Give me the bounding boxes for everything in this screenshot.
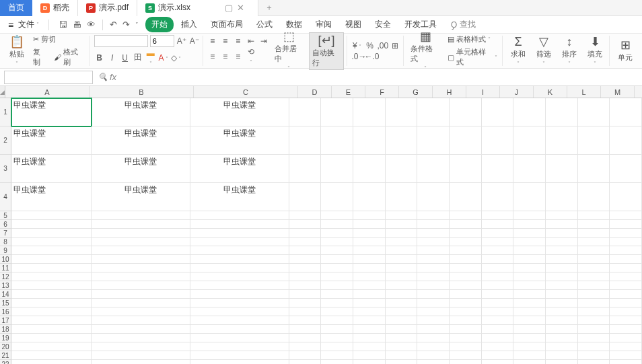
cell-M21[interactable] (578, 351, 610, 360)
cell-H19[interactable] (417, 334, 450, 342)
cell-K19[interactable] (513, 334, 546, 342)
cell-F13[interactable] (353, 281, 386, 290)
col-header-G[interactable]: G (399, 86, 433, 98)
cell-L3[interactable] (546, 155, 578, 183)
cell-I1[interactable] (450, 98, 482, 126)
align-center-icon[interactable]: ≡ (220, 52, 231, 61)
cell-K13[interactable] (513, 281, 546, 290)
print-icon[interactable]: 🖶 (71, 18, 83, 31)
cell-G7[interactable] (386, 229, 418, 238)
cell-I17[interactable] (450, 316, 482, 325)
cell-L20[interactable] (546, 342, 578, 351)
cell-L14[interactable] (546, 290, 578, 299)
cell-H7[interactable] (417, 229, 450, 238)
cell-G4[interactable] (386, 183, 418, 211)
cell-M5[interactable] (578, 211, 610, 220)
cell-M14[interactable] (578, 290, 610, 299)
cell-A20[interactable] (11, 342, 92, 351)
cell-K21[interactable] (513, 351, 546, 360)
cell-B14[interactable] (92, 290, 190, 299)
cell-A5[interactable] (11, 211, 92, 220)
table-format-button[interactable]: ▤表格样式 (445, 34, 499, 45)
cell-A4[interactable]: 甲虫课堂 (11, 183, 92, 211)
row-header-13[interactable]: 13 (0, 281, 11, 290)
cell-A11[interactable] (11, 264, 92, 272)
cell-I15[interactable] (450, 299, 482, 307)
cell-F12[interactable] (353, 272, 386, 281)
cell-I6[interactable] (450, 220, 482, 229)
cell-B13[interactable] (92, 281, 190, 290)
row-header-21[interactable]: 21 (0, 351, 11, 360)
menu-start[interactable]: 开始 (145, 17, 174, 32)
cell-L5[interactable] (546, 211, 578, 220)
cell-G9[interactable] (386, 246, 418, 255)
col-header-M[interactable]: M (601, 86, 635, 98)
cell-F16[interactable] (353, 307, 386, 316)
cell-F1[interactable] (353, 98, 386, 126)
cell-D6[interactable] (289, 220, 322, 229)
cell-H18[interactable] (417, 325, 450, 334)
cell-E17[interactable] (321, 316, 353, 325)
cell-B11[interactable] (92, 264, 190, 272)
cell-C14[interactable] (190, 290, 289, 299)
cell-K16[interactable] (513, 307, 546, 316)
comma-icon[interactable]: ,00 (377, 41, 388, 50)
cell-J17[interactable] (482, 316, 514, 325)
col-header-A[interactable]: A (5, 86, 90, 98)
cell-C18[interactable] (190, 325, 289, 334)
cell-C15[interactable] (190, 299, 289, 307)
cell-L18[interactable] (546, 325, 578, 334)
menu-review[interactable]: 审阅 (310, 17, 338, 32)
cell-F21[interactable] (353, 351, 386, 360)
currency-icon[interactable]: ¥ (351, 41, 362, 50)
row-header-17[interactable]: 17 (0, 316, 11, 325)
cell-J13[interactable] (482, 281, 514, 290)
col-header-I[interactable]: I (466, 86, 500, 98)
align-middle-icon[interactable]: ≡ (220, 36, 231, 46)
cell-K15[interactable] (513, 299, 546, 307)
cell-E6[interactable] (321, 220, 353, 229)
cell-K7[interactable] (513, 229, 546, 238)
cell-L13[interactable] (546, 281, 578, 290)
cell-B20[interactable] (92, 342, 190, 351)
cell-H5[interactable] (417, 211, 450, 220)
cell-A22[interactable] (11, 360, 92, 364)
cell-E19[interactable] (321, 334, 353, 342)
cell-N8[interactable] (610, 238, 642, 246)
font-color-button[interactable]: A (158, 53, 169, 63)
cell-B2[interactable]: 甲虫课堂 (92, 126, 190, 155)
cell-L19[interactable] (546, 334, 578, 342)
dropdown-icon[interactable]: ˅ (134, 20, 140, 30)
cell-A18[interactable] (11, 325, 92, 334)
cell-K18[interactable] (513, 325, 546, 334)
cell-C7[interactable] (190, 229, 289, 238)
cell-G15[interactable] (386, 299, 418, 307)
cell-I16[interactable] (450, 307, 482, 316)
font-name-select[interactable] (94, 35, 148, 47)
cell-H11[interactable] (417, 264, 450, 272)
cell-I19[interactable] (450, 334, 482, 342)
cell-G2[interactable] (386, 126, 418, 155)
cell-E4[interactable] (321, 183, 353, 211)
row-header-10[interactable]: 10 (0, 255, 11, 264)
select-all-corner[interactable]: ◢ (0, 86, 5, 98)
cell-B10[interactable] (92, 255, 190, 264)
cell-C20[interactable] (190, 342, 289, 351)
align-left-icon[interactable]: ≡ (207, 52, 218, 61)
cell-K5[interactable] (513, 211, 546, 220)
cell-J20[interactable] (482, 342, 514, 351)
cell-I18[interactable] (450, 325, 482, 334)
clear-format-button[interactable]: ◇ (171, 53, 182, 63)
cell-K4[interactable] (513, 183, 546, 211)
cell-E22[interactable] (321, 360, 353, 364)
cell-C9[interactable] (190, 246, 289, 255)
col-header-B[interactable]: B (90, 86, 194, 98)
cell-N21[interactable] (610, 351, 642, 360)
tab-xlsx[interactable]: S演示.xlsx ▢ ✕ (137, 0, 258, 16)
cell-A6[interactable] (11, 220, 92, 229)
cell-A15[interactable] (11, 299, 92, 307)
cell-J11[interactable] (482, 264, 514, 272)
cell-F17[interactable] (353, 316, 386, 325)
align-top-icon[interactable]: ≡ (207, 36, 218, 46)
cell-G18[interactable] (386, 325, 418, 334)
